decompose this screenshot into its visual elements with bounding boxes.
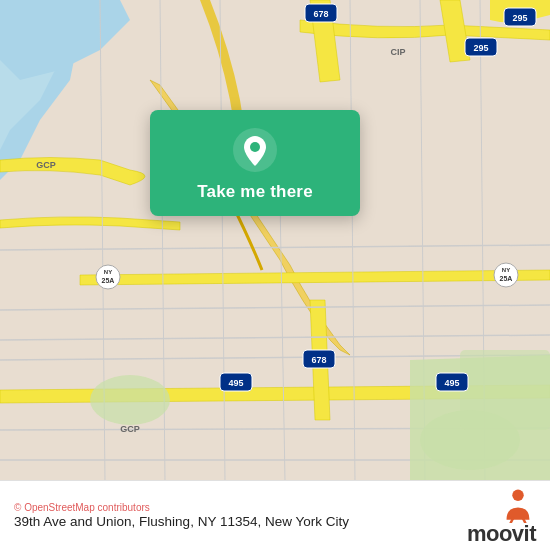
svg-text:25A: 25A	[500, 275, 513, 282]
svg-text:25A: 25A	[102, 277, 115, 284]
location-pin-icon	[233, 128, 277, 172]
svg-point-43	[250, 142, 260, 152]
svg-text:678: 678	[313, 9, 328, 19]
address-line: 39th Ave and Union, Flushing, NY 11354, …	[14, 513, 457, 532]
svg-text:CIP: CIP	[390, 47, 405, 57]
svg-text:295: 295	[473, 43, 488, 53]
svg-text:GCP: GCP	[120, 424, 140, 434]
map-background: 295 295 678 678 495 495 NY 25A NY 25A GC…	[0, 0, 550, 480]
svg-text:295: 295	[512, 13, 527, 23]
svg-rect-20	[460, 350, 550, 430]
take-me-there-button[interactable]: Take me there	[197, 182, 313, 202]
svg-text:NY: NY	[502, 267, 510, 273]
cta-card[interactable]: Take me there	[150, 110, 360, 216]
footer: © OpenStreetMap contributors 39th Ave an…	[0, 480, 550, 550]
svg-text:NY: NY	[104, 269, 112, 275]
svg-text:495: 495	[444, 378, 459, 388]
moovit-brand-text: moovit	[467, 523, 536, 545]
svg-text:495: 495	[228, 378, 243, 388]
osm-credit-text: © OpenStreetMap contributors	[14, 502, 150, 513]
svg-point-18	[90, 375, 170, 425]
footer-text-group: © OpenStreetMap contributors 39th Ave an…	[14, 500, 457, 532]
osm-credit: © OpenStreetMap contributors	[14, 502, 457, 513]
svg-point-44	[512, 489, 523, 500]
moovit-icon	[500, 487, 536, 523]
svg-text:678: 678	[311, 355, 326, 365]
moovit-logo: moovit	[467, 487, 536, 545]
svg-text:GCP: GCP	[36, 160, 56, 170]
map-container: 295 295 678 678 495 495 NY 25A NY 25A GC…	[0, 0, 550, 480]
